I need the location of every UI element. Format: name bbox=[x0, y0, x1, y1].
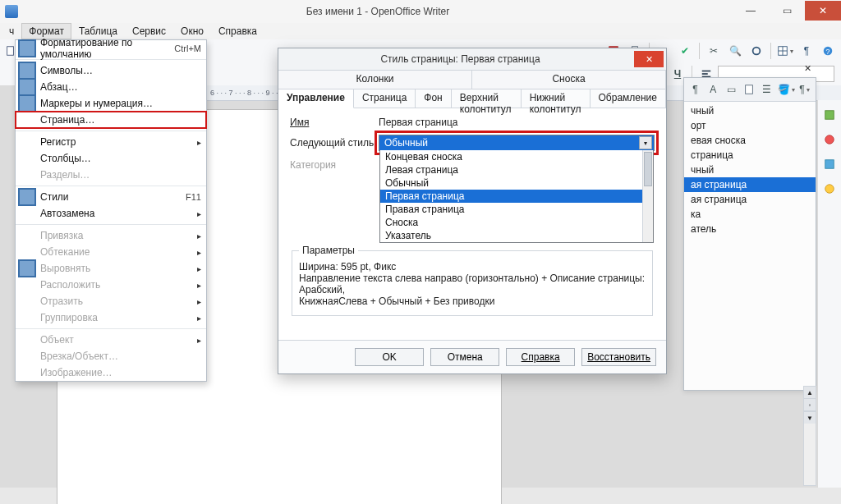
svg-text:?: ? bbox=[826, 48, 830, 56]
menu-item-label: Столбцы… bbox=[39, 153, 201, 164]
style-cat-list[interactable]: ☰ bbox=[758, 80, 775, 99]
align-icon bbox=[16, 257, 39, 280]
dropdown-option[interactable]: Правая страница bbox=[380, 203, 653, 216]
window-title: Без имени 1 - OpenOffice Writer bbox=[23, 6, 733, 17]
dialog-tab[interactable]: Страница bbox=[354, 89, 416, 108]
style-list[interactable]: чныйортевая сноска страницачныйая страни… bbox=[684, 102, 816, 238]
menu-item-label: Выровнять bbox=[39, 263, 192, 274]
find-button[interactable]: 🔍 bbox=[725, 41, 745, 61]
format-menu-item[interactable]: Столбцы… bbox=[16, 150, 206, 167]
format-menu-item[interactable]: Символы… bbox=[16, 62, 206, 79]
format-menu-item[interactable]: Автозамена bbox=[16, 205, 206, 222]
format-menu-item[interactable]: Форматирование по умолчаниюCtrl+M bbox=[16, 40, 206, 57]
field-nextstyle-label: Следующий стиль bbox=[290, 137, 379, 149]
dialog-close-button[interactable]: ✕ bbox=[634, 51, 664, 67]
sidebar-navigator-icon[interactable] bbox=[820, 179, 839, 199]
sidebar-styles-icon[interactable] bbox=[820, 130, 839, 149]
format-menu-item[interactable]: Страница… bbox=[16, 112, 206, 128]
next-style-combobox[interactable]: Обычный ▾ Концевая сноскаЛевая страницаО… bbox=[379, 135, 655, 151]
dialog-tab[interactable]: Нижний колонтитул bbox=[522, 89, 591, 108]
svg-point-4 bbox=[753, 48, 761, 55]
style-list-item[interactable]: чный bbox=[684, 103, 816, 118]
menu-item-label: Страница… bbox=[39, 114, 201, 126]
dropdown-option[interactable]: Сноска bbox=[380, 216, 653, 229]
format-menu-item: Изображение… bbox=[16, 364, 206, 381]
sidebar-properties-icon[interactable] bbox=[820, 105, 839, 125]
menu-item-window[interactable]: Окно bbox=[173, 23, 211, 39]
svg-rect-17 bbox=[19, 189, 35, 205]
style-list-item[interactable]: страница bbox=[684, 148, 816, 163]
auto-spellcheck-button[interactable]: ✔ bbox=[675, 41, 695, 61]
window-maximize-button[interactable]: ▭ bbox=[769, 1, 805, 21]
dialog-help-button[interactable]: Справка bbox=[506, 348, 575, 366]
menu-item-label: Изображение… bbox=[39, 367, 201, 378]
window-titlebar: Без имени 1 - OpenOffice Writer — ▭ ✕ bbox=[0, 0, 841, 24]
field-category-label: Категория bbox=[290, 159, 379, 171]
style-list-item[interactable]: евая сноска bbox=[684, 133, 816, 148]
format-menu-item: Привязка bbox=[16, 227, 206, 244]
dialog-tab[interactable]: Обрамление bbox=[591, 89, 666, 108]
styles-panel-close[interactable]: ✕ bbox=[804, 63, 811, 74]
format-menu-dropdown: Форматирование по умолчаниюCtrl+MСимволы… bbox=[15, 39, 207, 382]
format-menu-item: Объект bbox=[16, 332, 206, 348]
format-menu-item[interactable]: Регистр bbox=[16, 134, 206, 150]
combobox-arrow-icon[interactable]: ▾ bbox=[639, 136, 652, 149]
help-button[interactable]: ? bbox=[818, 41, 838, 61]
format-menu-item: Отразить bbox=[16, 293, 206, 309]
dialog-reset-button[interactable]: Восстановить bbox=[581, 348, 656, 366]
dialog-tab[interactable]: Верхний колонтитул bbox=[452, 89, 522, 108]
dropdown-option[interactable]: Левая страница bbox=[380, 163, 653, 176]
style-cat-paragraph[interactable]: ¶ bbox=[687, 80, 704, 99]
format-menu-item[interactable]: Абзац… bbox=[16, 79, 206, 95]
style-cat-character[interactable]: A bbox=[705, 80, 722, 99]
cut-button[interactable]: ✂ bbox=[704, 41, 724, 61]
style-new-button[interactable]: ¶ bbox=[796, 80, 813, 99]
svg-rect-19 bbox=[746, 85, 753, 94]
submenu-arrow-icon bbox=[192, 263, 201, 274]
dialog-tab-footnote[interactable]: Сноска bbox=[472, 71, 666, 89]
menu-item-help[interactable]: Справка bbox=[211, 23, 264, 39]
dropdown-option[interactable]: Обычный bbox=[380, 176, 653, 190]
style-list-item[interactable]: атель bbox=[684, 222, 816, 236]
menu-item-label: Объект bbox=[39, 334, 192, 346]
dropdown-option[interactable]: Концевая сноска bbox=[380, 150, 653, 163]
style-list-item[interactable]: ая страница bbox=[684, 177, 816, 192]
window-close-button[interactable]: ✕ bbox=[805, 1, 841, 21]
menu-item-label: Разделы… bbox=[39, 169, 201, 181]
format-menu-item[interactable]: СтилиF11 bbox=[16, 189, 206, 205]
vertical-scrollbar[interactable]: ▲ ◦ ▼ bbox=[803, 386, 816, 486]
params-fieldset: Параметры Ширина: 595 pt, Фикс Направлен… bbox=[292, 245, 653, 316]
submenu-arrow-icon bbox=[192, 279, 201, 291]
next-style-dropdown-list[interactable]: Концевая сноскаЛевая страницаОбычныйПерв… bbox=[379, 150, 654, 243]
submenu-arrow-icon bbox=[192, 246, 201, 258]
menu-item-label: Обтекание bbox=[39, 246, 192, 258]
style-list-item[interactable]: чный bbox=[684, 163, 816, 177]
dropdown-option[interactable]: Первая страница bbox=[380, 190, 653, 203]
format-menu-item: Обтекание bbox=[16, 244, 206, 260]
table-button[interactable] bbox=[775, 41, 795, 61]
style-fill-button[interactable]: 🪣 bbox=[777, 80, 795, 99]
svg-rect-22 bbox=[825, 160, 834, 169]
dialog-cancel-button[interactable]: Отмена bbox=[430, 348, 499, 366]
dialog-tab[interactable]: Управление bbox=[278, 89, 354, 108]
nav-button[interactable] bbox=[747, 41, 766, 61]
field-name-label: Имя bbox=[290, 117, 379, 128]
format-menu-item[interactable]: Маркеры и нумерация… bbox=[16, 95, 206, 112]
style-list-item[interactable]: ая страница bbox=[684, 192, 816, 207]
app-icon bbox=[5, 5, 18, 18]
style-cat-page[interactable] bbox=[740, 80, 757, 99]
menu-item-label: Отразить bbox=[39, 296, 192, 307]
style-cat-frame[interactable]: ▭ bbox=[723, 80, 740, 99]
styles-icon bbox=[16, 186, 39, 208]
dialog-tab-columns[interactable]: Колонки bbox=[278, 71, 472, 89]
svg-rect-16 bbox=[19, 95, 35, 112]
dialog-tab[interactable]: Фон bbox=[416, 89, 451, 108]
style-list-item[interactable]: ка bbox=[684, 207, 816, 222]
sidebar-gallery-icon[interactable] bbox=[820, 154, 839, 174]
dialog-ok-button[interactable]: OK bbox=[355, 348, 424, 366]
dropdown-option[interactable]: Указатель bbox=[380, 229, 653, 242]
style-list-item[interactable]: орт bbox=[684, 118, 816, 133]
window-minimize-button[interactable]: — bbox=[733, 1, 769, 21]
params-legend: Параметры bbox=[299, 245, 358, 256]
nonprinting-button[interactable]: ¶ bbox=[797, 41, 816, 61]
